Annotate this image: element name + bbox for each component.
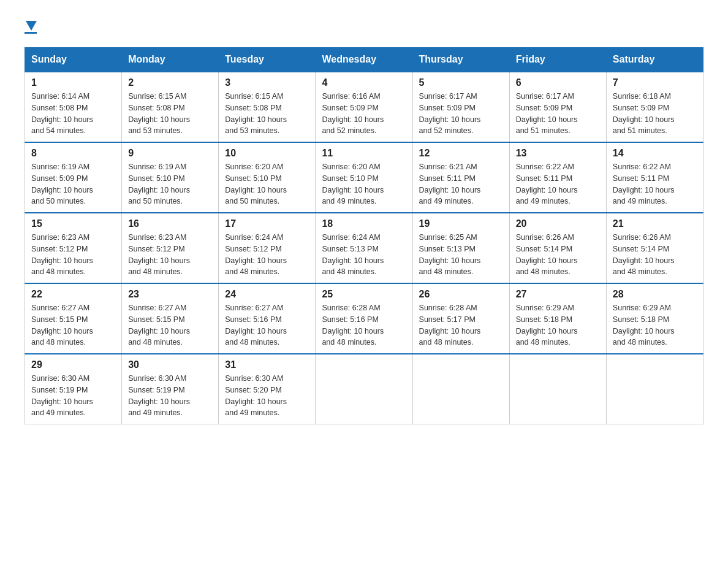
calendar-cell: 25 Sunrise: 6:28 AMSunset: 5:16 PMDaylig…: [316, 283, 412, 354]
day-info: Sunrise: 6:25 AMSunset: 5:13 PMDaylight:…: [419, 233, 481, 276]
calendar-week-row: 8 Sunrise: 6:19 AMSunset: 5:09 PMDayligh…: [25, 142, 703, 213]
day-info: Sunrise: 6:15 AMSunset: 5:08 PMDaylight:…: [225, 92, 287, 135]
day-info: Sunrise: 6:29 AMSunset: 5:18 PMDaylight:…: [516, 304, 578, 347]
calendar-week-row: 15 Sunrise: 6:23 AMSunset: 5:12 PMDaylig…: [25, 213, 703, 283]
day-number: 12: [419, 148, 503, 159]
calendar-cell: [316, 354, 412, 424]
day-info: Sunrise: 6:26 AMSunset: 5:14 PMDaylight:…: [613, 233, 675, 276]
day-number: 15: [31, 218, 115, 229]
calendar-cell: 29 Sunrise: 6:30 AMSunset: 5:19 PMDaylig…: [25, 354, 122, 424]
calendar-cell: 14 Sunrise: 6:22 AMSunset: 5:11 PMDaylig…: [606, 142, 703, 213]
calendar-cell: 3 Sunrise: 6:15 AMSunset: 5:08 PMDayligh…: [219, 72, 316, 142]
calendar-cell: 12 Sunrise: 6:21 AMSunset: 5:11 PMDaylig…: [412, 142, 509, 213]
day-number: 20: [516, 218, 600, 229]
day-number: 4: [322, 77, 406, 88]
day-number: 25: [322, 289, 406, 300]
day-info: Sunrise: 6:23 AMSunset: 5:12 PMDaylight:…: [31, 233, 93, 276]
day-number: 9: [128, 148, 212, 159]
day-number: 19: [419, 218, 503, 229]
calendar-week-row: 1 Sunrise: 6:14 AMSunset: 5:08 PMDayligh…: [25, 72, 703, 142]
day-number: 11: [322, 148, 406, 159]
calendar-cell: [606, 354, 703, 424]
day-info: Sunrise: 6:30 AMSunset: 5:20 PMDaylight:…: [225, 374, 287, 417]
day-number: 17: [225, 218, 309, 229]
day-number: 22: [31, 289, 115, 300]
weekday-header-monday: Monday: [122, 48, 219, 72]
day-info: Sunrise: 6:20 AMSunset: 5:10 PMDaylight:…: [322, 163, 384, 205]
day-number: 10: [225, 148, 309, 159]
weekday-header-tuesday: Tuesday: [219, 48, 316, 72]
calendar-cell: 31 Sunrise: 6:30 AMSunset: 5:20 PMDaylig…: [219, 354, 316, 424]
day-info: Sunrise: 6:14 AMSunset: 5:08 PMDaylight:…: [31, 92, 93, 135]
calendar-cell: 4 Sunrise: 6:16 AMSunset: 5:09 PMDayligh…: [316, 72, 412, 142]
day-number: 24: [225, 289, 309, 300]
day-info: Sunrise: 6:15 AMSunset: 5:08 PMDaylight:…: [128, 92, 190, 135]
day-info: Sunrise: 6:22 AMSunset: 5:11 PMDaylight:…: [516, 163, 578, 205]
calendar-cell: 10 Sunrise: 6:20 AMSunset: 5:10 PMDaylig…: [219, 142, 316, 213]
calendar-cell: 16 Sunrise: 6:23 AMSunset: 5:12 PMDaylig…: [122, 213, 219, 283]
day-info: Sunrise: 6:28 AMSunset: 5:17 PMDaylight:…: [419, 304, 481, 347]
day-info: Sunrise: 6:30 AMSunset: 5:19 PMDaylight:…: [128, 374, 190, 417]
day-number: 23: [128, 289, 212, 300]
weekday-header-saturday: Saturday: [606, 48, 703, 72]
day-info: Sunrise: 6:17 AMSunset: 5:09 PMDaylight:…: [419, 92, 481, 135]
day-number: 16: [128, 218, 212, 229]
calendar-cell: 17 Sunrise: 6:24 AMSunset: 5:12 PMDaylig…: [219, 213, 316, 283]
calendar-table: SundayMondayTuesdayWednesdayThursdayFrid…: [25, 47, 703, 424]
calendar-cell: [509, 354, 606, 424]
day-info: Sunrise: 6:27 AMSunset: 5:16 PMDaylight:…: [225, 304, 287, 347]
calendar-cell: 20 Sunrise: 6:26 AMSunset: 5:14 PMDaylig…: [509, 213, 606, 283]
day-number: 8: [31, 148, 115, 159]
day-number: 13: [516, 148, 600, 159]
day-number: 14: [613, 148, 697, 159]
day-number: 26: [419, 289, 503, 300]
day-number: 30: [128, 359, 212, 370]
weekday-header-thursday: Thursday: [412, 48, 509, 72]
calendar-cell: 22 Sunrise: 6:27 AMSunset: 5:15 PMDaylig…: [25, 283, 122, 354]
calendar-cell: 1 Sunrise: 6:14 AMSunset: 5:08 PMDayligh…: [25, 72, 122, 142]
calendar-cell: 18 Sunrise: 6:24 AMSunset: 5:13 PMDaylig…: [316, 213, 412, 283]
calendar-cell: 13 Sunrise: 6:22 AMSunset: 5:11 PMDaylig…: [509, 142, 606, 213]
calendar-cell: 27 Sunrise: 6:29 AMSunset: 5:18 PMDaylig…: [509, 283, 606, 354]
calendar-cell: 6 Sunrise: 6:17 AMSunset: 5:09 PMDayligh…: [509, 72, 606, 142]
day-info: Sunrise: 6:17 AMSunset: 5:09 PMDaylight:…: [516, 92, 578, 135]
calendar-cell: 9 Sunrise: 6:19 AMSunset: 5:10 PMDayligh…: [122, 142, 219, 213]
day-number: 18: [322, 218, 406, 229]
day-info: Sunrise: 6:18 AMSunset: 5:09 PMDaylight:…: [613, 92, 675, 135]
weekday-header-wednesday: Wednesday: [316, 48, 412, 72]
day-info: Sunrise: 6:21 AMSunset: 5:11 PMDaylight:…: [419, 163, 481, 205]
day-info: Sunrise: 6:29 AMSunset: 5:18 PMDaylight:…: [613, 304, 675, 347]
day-info: Sunrise: 6:24 AMSunset: 5:13 PMDaylight:…: [322, 233, 384, 276]
day-info: Sunrise: 6:30 AMSunset: 5:19 PMDaylight:…: [31, 374, 93, 417]
calendar-cell: 11 Sunrise: 6:20 AMSunset: 5:10 PMDaylig…: [316, 142, 412, 213]
day-info: Sunrise: 6:16 AMSunset: 5:09 PMDaylight:…: [322, 92, 384, 135]
day-info: Sunrise: 6:19 AMSunset: 5:09 PMDaylight:…: [31, 163, 93, 205]
calendar-cell: 15 Sunrise: 6:23 AMSunset: 5:12 PMDaylig…: [25, 213, 122, 283]
day-number: 2: [128, 77, 212, 88]
day-number: 21: [613, 218, 697, 229]
logo-arrow-icon: [26, 21, 37, 31]
day-number: 7: [613, 77, 697, 88]
logo: [25, 18, 37, 35]
day-number: 31: [225, 359, 309, 370]
day-info: Sunrise: 6:26 AMSunset: 5:14 PMDaylight:…: [516, 233, 578, 276]
calendar-week-row: 22 Sunrise: 6:27 AMSunset: 5:15 PMDaylig…: [25, 283, 703, 354]
calendar-cell: 5 Sunrise: 6:17 AMSunset: 5:09 PMDayligh…: [412, 72, 509, 142]
calendar-cell: 23 Sunrise: 6:27 AMSunset: 5:15 PMDaylig…: [122, 283, 219, 354]
page-header: [25, 18, 703, 35]
calendar-cell: 2 Sunrise: 6:15 AMSunset: 5:08 PMDayligh…: [122, 72, 219, 142]
weekday-header-row: SundayMondayTuesdayWednesdayThursdayFrid…: [25, 48, 703, 72]
day-info: Sunrise: 6:20 AMSunset: 5:10 PMDaylight:…: [225, 163, 287, 205]
day-number: 3: [225, 77, 309, 88]
calendar-cell: 7 Sunrise: 6:18 AMSunset: 5:09 PMDayligh…: [606, 72, 703, 142]
day-info: Sunrise: 6:27 AMSunset: 5:15 PMDaylight:…: [31, 304, 93, 347]
calendar-cell: 26 Sunrise: 6:28 AMSunset: 5:17 PMDaylig…: [412, 283, 509, 354]
day-number: 28: [613, 289, 697, 300]
calendar-cell: 24 Sunrise: 6:27 AMSunset: 5:16 PMDaylig…: [219, 283, 316, 354]
calendar-cell: 28 Sunrise: 6:29 AMSunset: 5:18 PMDaylig…: [606, 283, 703, 354]
calendar-cell: 8 Sunrise: 6:19 AMSunset: 5:09 PMDayligh…: [25, 142, 122, 213]
day-info: Sunrise: 6:27 AMSunset: 5:15 PMDaylight:…: [128, 304, 190, 347]
calendar-cell: [412, 354, 509, 424]
day-info: Sunrise: 6:28 AMSunset: 5:16 PMDaylight:…: [322, 304, 384, 347]
calendar-cell: 21 Sunrise: 6:26 AMSunset: 5:14 PMDaylig…: [606, 213, 703, 283]
